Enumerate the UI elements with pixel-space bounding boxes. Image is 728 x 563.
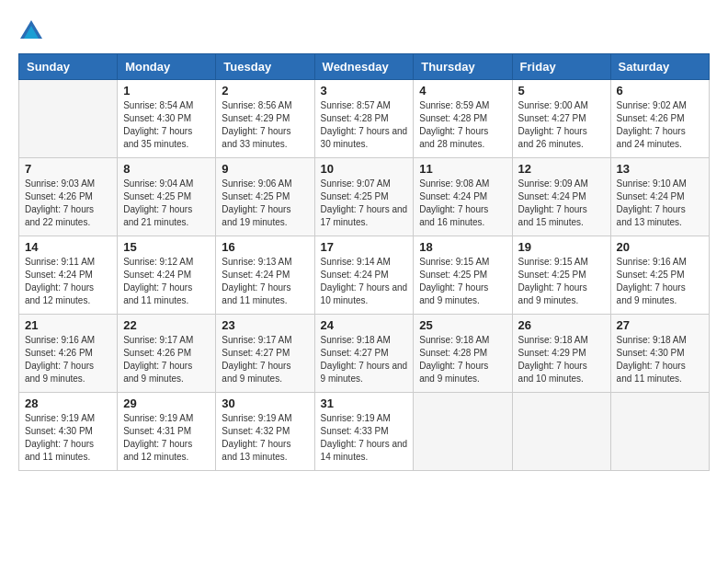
calendar-cell: 13Sunrise: 9:10 AMSunset: 4:24 PMDayligh… — [610, 158, 709, 236]
day-number: 5 — [518, 84, 605, 98]
page-header — [18, 18, 710, 44]
day-info: Sunrise: 8:59 AMSunset: 4:28 PMDaylight:… — [419, 99, 506, 151]
day-number: 4 — [419, 84, 506, 98]
day-number: 2 — [222, 84, 308, 98]
calendar-cell: 9Sunrise: 9:06 AMSunset: 4:25 PMDaylight… — [216, 158, 314, 236]
calendar-cell — [19, 80, 118, 158]
calendar-cell: 12Sunrise: 9:09 AMSunset: 4:24 PMDayligh… — [512, 158, 610, 236]
day-info: Sunrise: 9:18 AMSunset: 4:28 PMDaylight:… — [419, 334, 506, 385]
day-info: Sunrise: 9:14 AMSunset: 4:24 PMDaylight:… — [321, 256, 408, 307]
calendar-cell: 28Sunrise: 9:19 AMSunset: 4:30 PMDayligh… — [19, 393, 118, 471]
logo-icon — [18, 18, 44, 44]
day-info: Sunrise: 9:12 AMSunset: 4:24 PMDaylight:… — [123, 256, 210, 307]
day-number: 11 — [419, 162, 506, 176]
weekday-header-sunday: Sunday — [19, 54, 118, 80]
day-info: Sunrise: 9:13 AMSunset: 4:24 PMDaylight:… — [222, 256, 308, 307]
day-number: 14 — [25, 240, 111, 254]
calendar-cell: 29Sunrise: 9:19 AMSunset: 4:31 PMDayligh… — [118, 393, 216, 471]
day-number: 26 — [518, 318, 605, 332]
day-number: 15 — [123, 240, 210, 254]
calendar-cell: 14Sunrise: 9:11 AMSunset: 4:24 PMDayligh… — [19, 236, 118, 315]
day-info: Sunrise: 9:15 AMSunset: 4:25 PMDaylight:… — [419, 256, 506, 307]
day-number: 10 — [321, 162, 408, 176]
calendar-cell: 5Sunrise: 9:00 AMSunset: 4:27 PMDaylight… — [512, 80, 610, 158]
day-number: 30 — [222, 396, 308, 410]
day-number: 18 — [419, 240, 506, 254]
calendar-cell — [414, 393, 512, 471]
calendar-cell: 20Sunrise: 9:16 AMSunset: 4:25 PMDayligh… — [610, 236, 709, 315]
calendar-cell: 31Sunrise: 9:19 AMSunset: 4:33 PMDayligh… — [314, 393, 414, 471]
day-number: 21 — [25, 318, 111, 332]
day-number: 16 — [222, 240, 308, 254]
calendar-cell: 7Sunrise: 9:03 AMSunset: 4:26 PMDaylight… — [19, 158, 118, 236]
calendar-cell: 25Sunrise: 9:18 AMSunset: 4:28 PMDayligh… — [414, 315, 512, 393]
calendar-cell: 22Sunrise: 9:17 AMSunset: 4:26 PMDayligh… — [118, 315, 216, 393]
calendar-cell: 6Sunrise: 9:02 AMSunset: 4:26 PMDaylight… — [610, 80, 709, 158]
logo — [18, 18, 48, 44]
day-number: 1 — [123, 84, 210, 98]
calendar-cell: 17Sunrise: 9:14 AMSunset: 4:24 PMDayligh… — [314, 236, 414, 315]
week-row-5: 28Sunrise: 9:19 AMSunset: 4:30 PMDayligh… — [19, 393, 710, 471]
week-row-1: 1Sunrise: 8:54 AMSunset: 4:30 PMDaylight… — [19, 80, 710, 158]
day-info: Sunrise: 9:09 AMSunset: 4:24 PMDaylight:… — [518, 178, 605, 229]
day-info: Sunrise: 8:54 AMSunset: 4:30 PMDaylight:… — [123, 99, 210, 151]
calendar-cell: 16Sunrise: 9:13 AMSunset: 4:24 PMDayligh… — [216, 236, 314, 315]
day-number: 7 — [25, 162, 111, 176]
day-info: Sunrise: 8:57 AMSunset: 4:28 PMDaylight:… — [321, 99, 408, 151]
weekday-header-thursday: Thursday — [414, 54, 512, 80]
calendar-cell — [512, 393, 610, 471]
day-number: 23 — [222, 318, 308, 332]
day-info: Sunrise: 9:19 AMSunset: 4:30 PMDaylight:… — [25, 412, 111, 464]
day-number: 8 — [123, 162, 210, 176]
calendar-cell: 15Sunrise: 9:12 AMSunset: 4:24 PMDayligh… — [118, 236, 216, 315]
day-number: 31 — [321, 396, 408, 410]
weekday-header-friday: Friday — [512, 54, 610, 80]
day-info: Sunrise: 9:06 AMSunset: 4:25 PMDaylight:… — [222, 178, 308, 229]
day-info: Sunrise: 9:18 AMSunset: 4:30 PMDaylight:… — [617, 334, 703, 385]
day-info: Sunrise: 9:16 AMSunset: 4:26 PMDaylight:… — [25, 334, 111, 385]
calendar-cell: 11Sunrise: 9:08 AMSunset: 4:24 PMDayligh… — [414, 158, 512, 236]
day-number: 13 — [617, 162, 703, 176]
day-number: 29 — [123, 396, 210, 410]
day-info: Sunrise: 9:19 AMSunset: 4:33 PMDaylight:… — [321, 412, 408, 464]
day-info: Sunrise: 9:04 AMSunset: 4:25 PMDaylight:… — [123, 178, 210, 229]
calendar-cell — [610, 393, 709, 471]
calendar-cell: 18Sunrise: 9:15 AMSunset: 4:25 PMDayligh… — [414, 236, 512, 315]
day-number: 27 — [617, 318, 703, 332]
day-info: Sunrise: 9:17 AMSunset: 4:27 PMDaylight:… — [222, 334, 308, 385]
weekday-header-monday: Monday — [118, 54, 216, 80]
day-info: Sunrise: 8:56 AMSunset: 4:29 PMDaylight:… — [222, 99, 308, 151]
day-number: 9 — [222, 162, 308, 176]
calendar-table: SundayMondayTuesdayWednesdayThursdayFrid… — [18, 53, 710, 471]
day-number: 22 — [123, 318, 210, 332]
day-info: Sunrise: 9:08 AMSunset: 4:24 PMDaylight:… — [419, 178, 506, 229]
calendar-cell: 3Sunrise: 8:57 AMSunset: 4:28 PMDaylight… — [314, 80, 414, 158]
day-info: Sunrise: 9:17 AMSunset: 4:26 PMDaylight:… — [123, 334, 210, 385]
calendar-cell: 4Sunrise: 8:59 AMSunset: 4:28 PMDaylight… — [414, 80, 512, 158]
day-number: 28 — [25, 396, 111, 410]
week-row-2: 7Sunrise: 9:03 AMSunset: 4:26 PMDaylight… — [19, 158, 710, 236]
calendar-cell: 8Sunrise: 9:04 AMSunset: 4:25 PMDaylight… — [118, 158, 216, 236]
day-info: Sunrise: 9:11 AMSunset: 4:24 PMDaylight:… — [25, 256, 111, 307]
day-info: Sunrise: 9:19 AMSunset: 4:31 PMDaylight:… — [123, 412, 210, 464]
calendar-cell: 10Sunrise: 9:07 AMSunset: 4:25 PMDayligh… — [314, 158, 414, 236]
day-number: 6 — [617, 84, 703, 98]
day-number: 12 — [518, 162, 605, 176]
calendar-cell: 26Sunrise: 9:18 AMSunset: 4:29 PMDayligh… — [512, 315, 610, 393]
calendar-cell: 27Sunrise: 9:18 AMSunset: 4:30 PMDayligh… — [610, 315, 709, 393]
day-number: 19 — [518, 240, 605, 254]
day-info: Sunrise: 9:00 AMSunset: 4:27 PMDaylight:… — [518, 99, 605, 151]
day-info: Sunrise: 9:02 AMSunset: 4:26 PMDaylight:… — [617, 99, 703, 151]
day-info: Sunrise: 9:07 AMSunset: 4:25 PMDaylight:… — [321, 178, 408, 229]
week-row-4: 21Sunrise: 9:16 AMSunset: 4:26 PMDayligh… — [19, 315, 710, 393]
weekday-header-tuesday: Tuesday — [216, 54, 314, 80]
day-info: Sunrise: 9:15 AMSunset: 4:25 PMDaylight:… — [518, 256, 605, 307]
calendar-cell: 2Sunrise: 8:56 AMSunset: 4:29 PMDaylight… — [216, 80, 314, 158]
calendar-cell: 30Sunrise: 9:19 AMSunset: 4:32 PMDayligh… — [216, 393, 314, 471]
day-number: 20 — [617, 240, 703, 254]
weekday-header-wednesday: Wednesday — [314, 54, 414, 80]
day-number: 3 — [321, 84, 408, 98]
day-info: Sunrise: 9:19 AMSunset: 4:32 PMDaylight:… — [222, 412, 308, 464]
day-info: Sunrise: 9:18 AMSunset: 4:27 PMDaylight:… — [321, 334, 408, 385]
calendar-cell: 23Sunrise: 9:17 AMSunset: 4:27 PMDayligh… — [216, 315, 314, 393]
